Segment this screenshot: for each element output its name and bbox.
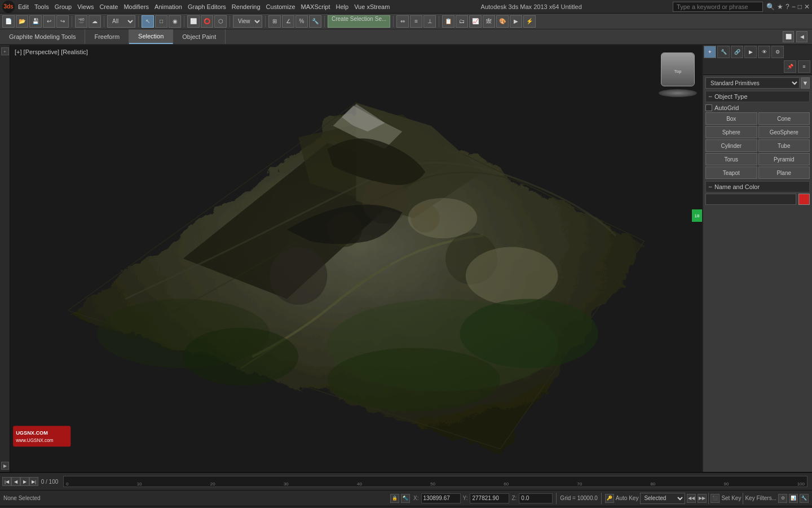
ribbon-icon-1[interactable]: ⬜ bbox=[783, 31, 794, 42]
percent-snap-btn[interactable]: % bbox=[295, 15, 308, 28]
object-name-input[interactable] bbox=[705, 194, 796, 205]
prev-key-btn[interactable]: ◀◀ bbox=[687, 494, 696, 503]
z-coord-input[interactable] bbox=[519, 493, 553, 503]
box-select-btn[interactable]: ⬜ bbox=[187, 15, 200, 28]
side-panel-toggle[interactable]: 18 bbox=[692, 209, 702, 222]
key-icon[interactable]: 🔑 bbox=[605, 494, 614, 503]
new-scene-btn[interactable]: 📄 bbox=[2, 15, 15, 28]
search-icon[interactable]: 🔍 bbox=[766, 3, 775, 11]
undo-btn[interactable]: ↩ bbox=[43, 15, 55, 28]
object-color-swatch[interactable] bbox=[798, 194, 810, 205]
rp-tab-display[interactable]: 👁 bbox=[758, 46, 770, 58]
help-icon[interactable]: ? bbox=[785, 3, 789, 11]
status-icon-extra1[interactable]: 📊 bbox=[789, 494, 798, 503]
lock-viewport-icon[interactable]: 🔒 bbox=[390, 494, 399, 503]
object-type-header[interactable]: − Object Type bbox=[705, 91, 810, 102]
rp-tab-create[interactable]: ✦ bbox=[704, 46, 716, 58]
name-color-header[interactable]: − Name and Color bbox=[705, 181, 810, 192]
menu-create[interactable]: Create bbox=[99, 3, 118, 10]
circle-select-btn[interactable]: ⭕ bbox=[201, 15, 213, 28]
render-btn[interactable]: ▶ bbox=[510, 15, 522, 28]
create-selection-set-btn[interactable]: Create Selection Se... bbox=[328, 15, 390, 28]
timeline-track[interactable]: 0 10 20 30 40 50 60 70 80 90 100 bbox=[63, 476, 807, 487]
box-btn[interactable]: Box bbox=[705, 112, 757, 125]
render-setup-btn[interactable]: 🎬 bbox=[75, 15, 87, 28]
timeline-prev-btn[interactable]: |◀ bbox=[2, 477, 11, 486]
pyramid-btn[interactable]: Pyramid bbox=[758, 153, 810, 165]
key-select-dropdown[interactable]: Selected bbox=[640, 493, 685, 504]
next-key-btn[interactable]: ▶▶ bbox=[698, 494, 707, 503]
menu-graph-editors[interactable]: Graph Editors bbox=[188, 3, 226, 10]
close-icon[interactable]: ✕ bbox=[804, 3, 810, 11]
view-dropdown[interactable]: View bbox=[233, 15, 262, 28]
timeline-next-btn[interactable]: ▶| bbox=[29, 477, 38, 486]
tab-selection[interactable]: Selection bbox=[129, 29, 173, 44]
menu-help[interactable]: Help bbox=[336, 3, 349, 10]
schematic-view-btn[interactable]: 🕸 bbox=[483, 15, 495, 28]
isolate-icon[interactable]: 🔦 bbox=[401, 494, 410, 503]
select-btn[interactable]: ↖ bbox=[142, 15, 154, 28]
select-region-btn[interactable]: □ bbox=[155, 15, 167, 28]
tab-object-paint[interactable]: Object Paint bbox=[173, 29, 226, 44]
fence-select-btn[interactable]: ⬡ bbox=[214, 15, 227, 28]
autogrid-checkbox[interactable] bbox=[705, 104, 712, 111]
align-view-btn[interactable]: ⊥ bbox=[423, 15, 436, 28]
ribbon-icon-2[interactable]: ◀ bbox=[796, 31, 807, 42]
material-editor-btn[interactable]: 🎨 bbox=[496, 15, 509, 28]
nav-cube[interactable]: Top bbox=[658, 50, 698, 89]
align-btn[interactable]: ≡ bbox=[410, 15, 422, 28]
rp-tab-hierarchy[interactable]: 🔗 bbox=[731, 46, 743, 58]
window-crossing-btn[interactable]: ◉ bbox=[169, 15, 181, 28]
y-coord-input[interactable] bbox=[470, 493, 509, 503]
x-coord-input[interactable] bbox=[421, 493, 461, 503]
rp-settings-btn[interactable]: ≡ bbox=[798, 60, 810, 73]
angle-snap-btn[interactable]: ∠ bbox=[282, 15, 294, 28]
menu-group[interactable]: Group bbox=[55, 3, 72, 10]
rp-pin-btn[interactable]: 📌 bbox=[784, 60, 796, 73]
snap3d-btn[interactable]: ⊞ bbox=[268, 15, 281, 28]
status-icon-extra2[interactable]: 🔧 bbox=[800, 494, 809, 503]
menu-modifiers[interactable]: Modifiers bbox=[123, 3, 149, 10]
menu-customize[interactable]: Customize bbox=[266, 3, 295, 10]
redo-btn[interactable]: ↪ bbox=[56, 15, 69, 28]
tab-graphite-modeling[interactable]: Graphite Modeling Tools bbox=[0, 29, 85, 44]
quick-render-btn[interactable]: ⚡ bbox=[523, 15, 536, 28]
save-btn[interactable]: 💾 bbox=[29, 15, 42, 28]
menu-maxscript[interactable]: MAXScript bbox=[301, 3, 330, 10]
plane-btn[interactable]: Plane bbox=[758, 167, 810, 179]
geosphere-btn[interactable]: GeoSphere bbox=[758, 126, 810, 138]
teapot-btn[interactable]: Teapot bbox=[705, 167, 757, 179]
rp-tab-motion[interactable]: ▶ bbox=[744, 46, 757, 58]
sphere-btn[interactable]: Sphere bbox=[705, 126, 757, 138]
search-input[interactable] bbox=[673, 2, 763, 12]
bookmark-icon[interactable]: ★ bbox=[777, 3, 783, 11]
tube-btn[interactable]: Tube bbox=[758, 139, 810, 152]
menu-rendering[interactable]: Rendering bbox=[232, 3, 261, 10]
restore-icon[interactable]: □ bbox=[798, 3, 802, 11]
menu-tools[interactable]: Tools bbox=[34, 3, 49, 10]
primitives-dropdown[interactable]: Standard Primitives bbox=[705, 77, 800, 89]
mirror-btn[interactable]: ⇔ bbox=[396, 15, 409, 28]
tab-freeform[interactable]: Freeform bbox=[85, 29, 129, 44]
rp-tab-modify[interactable]: 🔧 bbox=[717, 46, 730, 58]
cylinder-btn[interactable]: Cylinder bbox=[705, 139, 757, 152]
curve-editor-btn[interactable]: 📈 bbox=[469, 15, 482, 28]
timeline-back-btn[interactable]: ◀ bbox=[11, 477, 20, 486]
key-filters-icon[interactable]: ⚙ bbox=[778, 494, 787, 503]
key-filters-label[interactable]: Key Filters... bbox=[745, 495, 776, 501]
primitives-expand-btn[interactable]: ▼ bbox=[801, 77, 810, 89]
left-play-btn[interactable]: ▶ bbox=[1, 462, 9, 470]
env-btn[interactable]: ☁ bbox=[89, 15, 101, 28]
open-btn[interactable]: 📂 bbox=[16, 15, 28, 28]
minimize-icon[interactable]: − bbox=[792, 3, 796, 11]
spinner-snap-btn[interactable]: 🔧 bbox=[309, 15, 321, 28]
layer-manager-btn[interactable]: 📋 bbox=[442, 15, 454, 28]
rp-tab-utilities[interactable]: ⚙ bbox=[771, 46, 784, 58]
set-key-btn[interactable]: ⬛ bbox=[710, 494, 720, 503]
torus-btn[interactable]: Torus bbox=[705, 153, 757, 165]
scene-explorer-btn[interactable]: 🗂 bbox=[456, 15, 468, 28]
menu-edit[interactable]: Edit bbox=[18, 3, 29, 10]
timeline-play-btn[interactable]: ▶ bbox=[20, 477, 29, 486]
menu-views[interactable]: Views bbox=[77, 3, 94, 10]
left-icon-1[interactable]: + bbox=[1, 47, 9, 55]
